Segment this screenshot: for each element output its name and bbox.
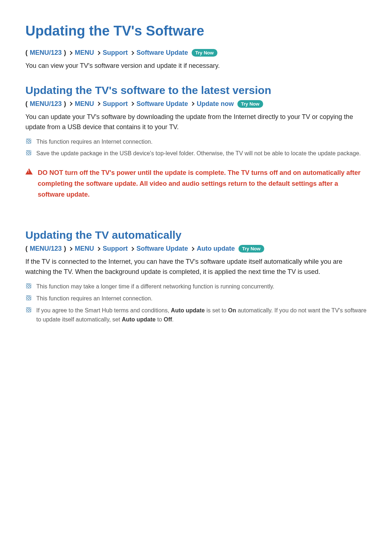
note-text: Save the update package in the USB devic… bbox=[36, 149, 361, 158]
breadcrumb-auto-update: ( MENU/123 ) MENU Support Software Updat… bbox=[25, 245, 367, 253]
intro-paragraph: You can view your TV's software version … bbox=[25, 61, 367, 71]
note-text: This function may take a longer time if … bbox=[36, 282, 274, 291]
bc-auto-update: Auto update bbox=[197, 245, 235, 253]
section-heading-auto: Updating the TV automatically bbox=[25, 229, 367, 241]
warning-block: DO NOT turn off the TV's power until the… bbox=[25, 168, 367, 200]
chevron-right-icon bbox=[130, 247, 134, 251]
note-item: This function requires an Internet conne… bbox=[25, 294, 367, 303]
section-heading-latest: Updating the TV's software to the latest… bbox=[25, 84, 367, 97]
try-now-badge[interactable]: Try Now bbox=[238, 245, 264, 253]
chevron-right-icon bbox=[190, 247, 194, 251]
bc-menu: MENU bbox=[75, 49, 94, 57]
warning-icon bbox=[25, 168, 33, 175]
pencil-icon bbox=[26, 295, 31, 300]
note-item: Save the update package in the USB devic… bbox=[25, 149, 367, 158]
bc-menu123: MENU/123 bbox=[30, 49, 62, 57]
chevron-right-icon bbox=[96, 247, 100, 251]
note-item: If you agree to the Smart Hub terms and … bbox=[25, 306, 367, 324]
note-text: This function requires an Internet conne… bbox=[36, 138, 152, 147]
note-item: This function may take a longer time if … bbox=[25, 282, 367, 291]
pencil-icon bbox=[26, 307, 31, 312]
bc-menu123: MENU/123 bbox=[30, 245, 62, 253]
bc-support: Support bbox=[103, 100, 128, 108]
chevron-right-icon bbox=[130, 102, 134, 106]
bc-software-update: Software Update bbox=[136, 49, 188, 57]
bc-paren-close: ) bbox=[64, 245, 66, 253]
chevron-right-icon bbox=[130, 51, 134, 55]
breadcrumb-main: ( MENU/123 ) MENU Support Software Updat… bbox=[25, 49, 367, 57]
note-text: If you agree to the Smart Hub terms and … bbox=[36, 306, 367, 324]
chevron-right-icon bbox=[68, 247, 72, 251]
bc-support: Support bbox=[103, 49, 128, 57]
breadcrumb-update-now: ( MENU/123 ) MENU Support Software Updat… bbox=[25, 100, 367, 108]
bc-paren-close: ) bbox=[64, 100, 66, 108]
chevron-right-icon bbox=[68, 102, 72, 106]
pencil-icon bbox=[26, 283, 31, 288]
pencil-icon bbox=[26, 150, 31, 155]
bc-software-update: Software Update bbox=[136, 245, 188, 253]
chevron-right-icon bbox=[68, 51, 72, 55]
auto-update-paragraph: If the TV is connected to the Internet, … bbox=[25, 257, 367, 277]
bc-paren-open: ( bbox=[25, 100, 28, 108]
page-title: Updating the TV's Software bbox=[25, 23, 367, 39]
bc-paren-close: ) bbox=[64, 49, 66, 57]
note-text: This function requires an Internet conne… bbox=[36, 294, 152, 303]
chevron-right-icon bbox=[190, 102, 194, 106]
chevron-right-icon bbox=[96, 102, 100, 106]
bc-software-update: Software Update bbox=[136, 100, 188, 108]
bc-paren-open: ( bbox=[25, 49, 28, 57]
chevron-right-icon bbox=[96, 51, 100, 55]
bc-update-now: Update now bbox=[197, 100, 234, 108]
bc-menu: MENU bbox=[75, 245, 94, 253]
bc-menu: MENU bbox=[75, 100, 94, 108]
warning-text: DO NOT turn off the TV's power until the… bbox=[38, 168, 367, 200]
try-now-badge[interactable]: Try Now bbox=[192, 49, 217, 57]
bc-menu123: MENU/123 bbox=[30, 100, 62, 108]
pencil-icon bbox=[26, 139, 31, 144]
note-item: This function requires an Internet conne… bbox=[25, 138, 367, 147]
update-now-paragraph: You can update your TV's software by dow… bbox=[25, 112, 367, 132]
bc-paren-open: ( bbox=[25, 245, 28, 253]
try-now-badge[interactable]: Try Now bbox=[237, 100, 263, 108]
bc-support: Support bbox=[103, 245, 128, 253]
